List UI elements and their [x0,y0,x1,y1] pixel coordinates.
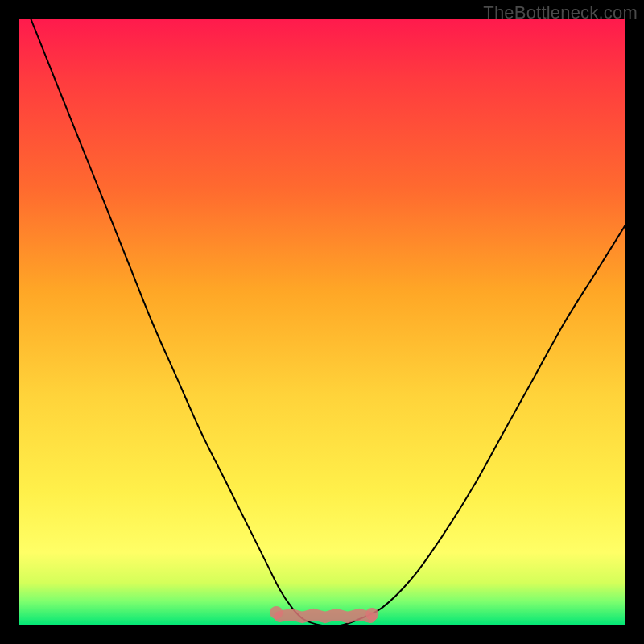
watermark-text: TheBottleneck.com [483,2,638,23]
optimal-range-strip [279,614,370,617]
bottleneck-curve [31,19,625,625]
chart-plot-area [19,19,625,625]
svg-point-0 [270,606,283,619]
svg-point-1 [365,608,378,621]
chart-svg [19,19,625,625]
